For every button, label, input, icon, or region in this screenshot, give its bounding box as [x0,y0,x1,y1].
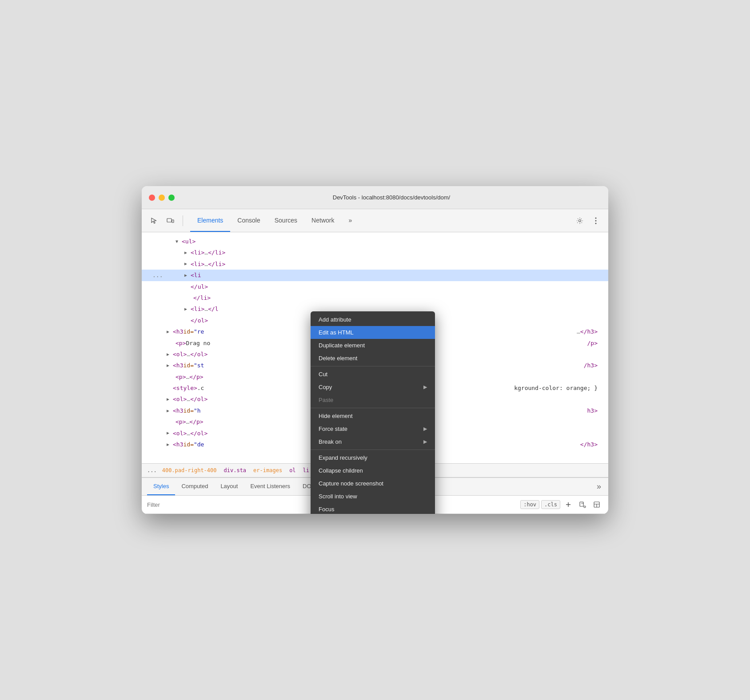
expand-triangle[interactable]: ▶ [167,362,173,370]
expand-triangle[interactable]: ▶ [184,305,191,313]
new-style-rule-button[interactable] [576,498,589,511]
settings-button[interactable] [573,214,587,228]
breadcrumb-dots[interactable]: ... [147,467,157,473]
context-menu: Add attribute Edit as HTML Duplicate ele… [311,311,435,514]
ctx-scroll-into-view[interactable]: Scroll into view [311,490,435,503]
tab-styles[interactable]: Styles [147,478,175,495]
cls-button[interactable]: .cls [541,500,560,509]
device-icon [166,217,174,225]
device-toggle-button[interactable] [163,214,177,228]
ctx-separator-1 [311,366,435,366]
dom-line[interactable]: </ul> [142,281,608,292]
breadcrumb-item[interactable]: li [301,466,311,474]
tab-elements[interactable]: Elements [190,209,230,232]
minimize-button[interactable] [159,195,165,201]
tab-layout[interactable]: Layout [214,478,244,495]
dom-line[interactable]: ▼ <ul> [142,236,608,247]
tab-more[interactable]: » [341,209,359,232]
svg-rect-8 [580,502,583,506]
ctx-collapse-children[interactable]: Collapse children [311,464,435,477]
svg-point-2 [579,219,581,222]
submenu-arrow: ▶ [423,384,427,390]
dom-line[interactable]: ▶ <li>…</li> [142,247,608,258]
toolbar-divider [183,215,183,226]
tab-more-button[interactable]: » [595,478,603,495]
ctx-hide-element[interactable]: Hide element [311,410,435,422]
breadcrumb-item[interactable]: ol [287,466,297,474]
tab-network[interactable]: Network [304,209,341,232]
expand-triangle[interactable]: ▶ [167,429,173,437]
ctx-capture-node-screenshot[interactable]: Capture node screenshot [311,477,435,490]
svg-point-5 [595,223,597,224]
hov-button[interactable]: :hov [520,500,539,509]
breadcrumb-item[interactable]: 400.pad-right-400 [160,466,219,474]
ctx-copy[interactable]: Copy ▶ [311,381,435,394]
expand-triangle[interactable]: ▶ [184,260,191,268]
paint-bucket-icon [579,501,586,508]
tab-console[interactable]: Console [230,209,267,232]
main-content: ▼ <ul> ▶ <li>…</li> ▶ <li>…</li> ... ▶ <… [142,232,608,477]
expand-triangle[interactable]: ▶ [167,441,173,449]
submenu-arrow: ▶ [423,426,427,432]
toolbar-right [573,214,603,228]
expand-triangle[interactable]: ▼ [176,238,182,246]
ctx-separator-2 [311,408,435,408]
breadcrumb-item[interactable]: er-images [251,466,284,474]
submenu-arrow: ▶ [423,439,427,445]
dom-line[interactable]: </li> [142,292,608,303]
breadcrumb-item[interactable]: div.sta [222,466,248,474]
tab-sources[interactable]: Sources [267,209,304,232]
ctx-paste: Paste [311,394,435,406]
layout-icon [593,501,600,508]
more-options-button[interactable] [589,214,603,228]
svg-rect-0 [167,219,172,222]
toolbar-tabs: Elements Console Sources Network » [190,209,359,232]
ctx-focus[interactable]: Focus [311,503,435,514]
expand-triangle[interactable]: ▶ [184,271,191,279]
expand-triangle[interactable]: ▶ [184,249,191,257]
gear-icon [576,217,584,225]
ctx-cut[interactable]: Cut [311,368,435,381]
window-title: DevTools - localhost:8080/docs/devtools/… [182,194,601,201]
cursor-icon [150,217,158,225]
tab-computed[interactable]: Computed [175,478,214,495]
ctx-expand-recursively[interactable]: Expand recursively [311,451,435,464]
ctx-duplicate-element[interactable]: Duplicate element [311,339,435,352]
expand-triangle[interactable]: ▶ [167,328,173,336]
ctx-add-attribute[interactable]: Add attribute [311,313,435,326]
dom-line[interactable]: ▶ <li>…</li> [142,259,608,270]
devtools-window: DevTools - localhost:8080/docs/devtools/… [142,186,608,514]
ctx-delete-element[interactable]: Delete element [311,352,435,365]
tab-event-listeners[interactable]: Event Listeners [244,478,296,495]
inspect-element-button[interactable] [147,214,161,228]
toolbar: Elements Console Sources Network » [142,209,608,232]
filter-buttons: :hov .cls [520,498,603,511]
ctx-separator-3 [311,449,435,450]
svg-point-3 [595,217,597,219]
traffic-lights [149,195,175,201]
close-button[interactable] [149,195,155,201]
ctx-break-on[interactable]: Break on ▶ [311,435,435,448]
ctx-edit-as-html[interactable]: Edit as HTML [311,326,435,339]
svg-rect-1 [172,220,174,223]
toggle-classes-button[interactable] [590,498,603,511]
maximize-button[interactable] [168,195,175,201]
ctx-force-state[interactable]: Force state ▶ [311,422,435,435]
titlebar: DevTools - localhost:8080/docs/devtools/… [142,186,608,209]
dom-line-selected[interactable]: ... ▶ <li [142,270,608,281]
expand-triangle[interactable]: ▶ [167,350,173,358]
svg-point-4 [595,220,597,221]
expand-triangle[interactable]: ▶ [167,407,173,415]
add-style-rule-button[interactable] [562,498,574,511]
expand-triangle[interactable]: ▶ [167,395,173,403]
plus-icon [565,501,571,508]
ellipsis-vertical-icon [595,217,597,224]
svg-point-10 [584,506,586,508]
